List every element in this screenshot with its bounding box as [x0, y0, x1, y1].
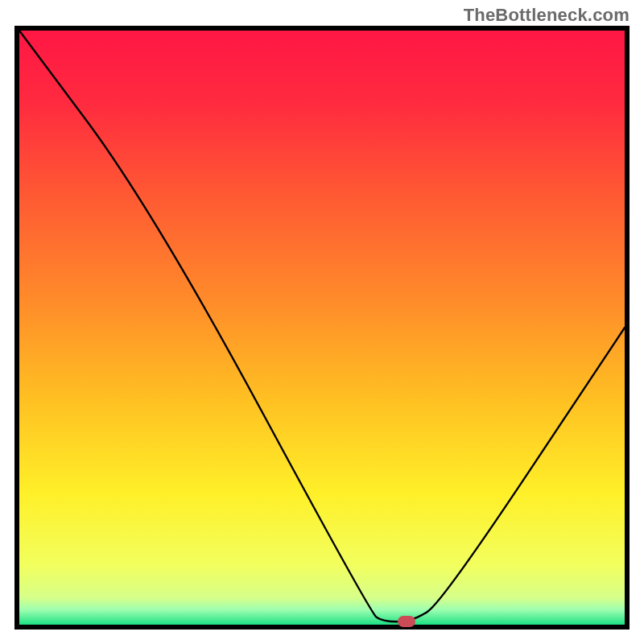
- bottleneck-curve: [19, 31, 625, 625]
- curve-path: [19, 31, 625, 621]
- plot-area: [19, 31, 625, 625]
- plot-frame: [14, 26, 630, 630]
- figure-root: TheBottleneck.com: [0, 0, 644, 644]
- optimal-marker: [398, 616, 415, 627]
- watermark-text: TheBottleneck.com: [464, 5, 630, 26]
